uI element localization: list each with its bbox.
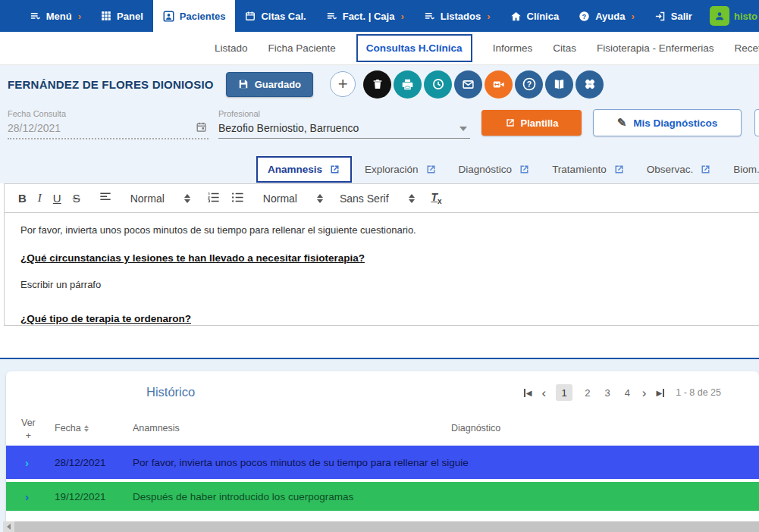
- scroll-left-button[interactable]: [3, 521, 14, 532]
- column-ver[interactable]: Ver +: [21, 417, 36, 443]
- align-button[interactable]: [99, 192, 111, 205]
- italic-button[interactable]: I: [38, 192, 42, 205]
- mail-button[interactable]: [454, 70, 482, 99]
- paragraph-style-select[interactable]: Normal: [130, 192, 190, 205]
- horizontal-scrollbar[interactable]: [3, 521, 759, 532]
- nav-listados-label: Listados: [441, 11, 481, 22]
- tab-diagnostico[interactable]: Diagnóstico: [459, 164, 531, 175]
- expand-row-icon[interactable]: ›: [6, 456, 55, 469]
- size-select[interactable]: Normal: [263, 192, 323, 205]
- table-row[interactable]: › 28/12/2021 Por favor, invierta unos po…: [6, 446, 759, 479]
- nav-clinica-label: Clínica: [527, 11, 560, 22]
- pagination: ◀ ‹ 1 2 3 4 › ▶ 1 - 8 de 25: [524, 384, 721, 401]
- fecha-consulta-value[interactable]: 28/12/2021: [8, 122, 209, 138]
- editor-content[interactable]: Por favor, invierta unos pocos minutos d…: [5, 213, 759, 326]
- nav-salir[interactable]: Salir: [645, 0, 702, 32]
- external-link-icon[interactable]: [519, 164, 530, 175]
- nav-ayuda[interactable]: ? Ayuda ›: [569, 0, 645, 32]
- bold-button[interactable]: B: [18, 192, 27, 205]
- consultation-field-tabs: Anamnesis Exploración Diagnóstico Tratam…: [256, 155, 759, 183]
- profesional-field[interactable]: Profesional Bezofio Berniostio, Barruenc…: [218, 109, 470, 139]
- profesional-value[interactable]: Bezofio Berniostio, Barruenco: [218, 122, 470, 138]
- tab-biom-metab[interactable]: Biom.-Metab.: [733, 164, 759, 175]
- bandage-button[interactable]: [576, 70, 604, 99]
- subnav-listado[interactable]: Listado: [215, 42, 248, 54]
- page-number[interactable]: 4: [623, 387, 632, 399]
- calendar-picker-icon[interactable]: [196, 121, 207, 133]
- page-number[interactable]: 2: [582, 387, 592, 399]
- printer-icon: [401, 78, 414, 91]
- ordered-list-button[interactable]: [207, 192, 220, 205]
- editor-question[interactable]: ¿Qué circunstancias y lesiones te han ll…: [20, 251, 744, 265]
- last-page-button[interactable]: ▶: [657, 389, 665, 397]
- tab-tratamiento[interactable]: Tratamiento: [552, 164, 625, 175]
- expand-row-icon[interactable]: ›: [6, 490, 55, 503]
- prev-page-button[interactable]: ‹: [541, 386, 546, 399]
- home-icon: [510, 11, 522, 22]
- mail-icon: [462, 78, 475, 91]
- column-fecha[interactable]: Fecha: [55, 423, 89, 433]
- strikethrough-button[interactable]: S: [73, 192, 80, 205]
- tab-observaciones-label: Observac.: [647, 164, 694, 175]
- subnav-recetas[interactable]: Recetas: [735, 42, 759, 54]
- subnav-consultas-hclinica[interactable]: Consultas H.Clínica: [356, 34, 472, 62]
- nav-panel[interactable]: Panel: [91, 0, 153, 32]
- editor-paragraph[interactable]: Escribir un párrafo: [20, 277, 744, 292]
- nav-menu[interactable]: Menú ›: [20, 0, 91, 32]
- subnav-ficha-paciente[interactable]: Ficha Paciente: [268, 42, 336, 54]
- tab-observaciones[interactable]: Observac.: [647, 164, 712, 175]
- notes-book-button[interactable]: [545, 70, 573, 99]
- nav-fact-label: Fact. | Caja: [343, 11, 395, 22]
- underline-button[interactable]: U: [53, 192, 61, 205]
- external-link-icon[interactable]: [425, 164, 437, 175]
- external-link-icon[interactable]: [613, 164, 625, 175]
- select-arrows-icon: [184, 194, 190, 203]
- tab-anamnesis[interactable]: Anamnesis: [256, 156, 352, 183]
- save-button[interactable]: Guardado: [226, 72, 313, 97]
- nav-listados-caret: ›: [487, 11, 490, 22]
- font-select[interactable]: Sans Serif: [340, 192, 415, 205]
- video-call-button[interactable]: [485, 70, 513, 99]
- fecha-consulta-field[interactable]: Fecha Consulta 28/12/2021: [8, 109, 209, 139]
- bandage-icon: [583, 77, 597, 91]
- next-page-button[interactable]: ›: [642, 386, 647, 399]
- tab-exploracion[interactable]: Exploración: [365, 164, 437, 175]
- first-page-button[interactable]: ◀: [524, 389, 532, 397]
- history-button[interactable]: [424, 70, 452, 99]
- sort-icon[interactable]: [84, 425, 89, 432]
- nav-listados[interactable]: Listados ›: [414, 0, 500, 32]
- table-row[interactable]: › 19/12/2021 Después de haber introducid…: [6, 482, 759, 511]
- nav-pacientes[interactable]: Pacientes: [153, 0, 236, 32]
- editor-question[interactable]: ¿Qué tipo de terapia te ordenaron?: [20, 311, 744, 326]
- tab-diagnostico-label: Diagnóstico: [459, 164, 513, 175]
- chevron-down-icon[interactable]: [459, 127, 467, 131]
- external-link-icon[interactable]: [329, 164, 340, 175]
- external-link-icon[interactable]: [700, 164, 711, 175]
- print-button[interactable]: [394, 70, 422, 99]
- subnav-citas[interactable]: Citas: [553, 42, 576, 54]
- plantilla-button[interactable]: Plantilla: [481, 110, 582, 136]
- page-number[interactable]: 3: [602, 387, 612, 399]
- help-button[interactable]: ?: [515, 70, 543, 99]
- add-consultation-button[interactable]: +: [330, 71, 356, 97]
- external-link-icon: [505, 117, 516, 128]
- nav-fact-caja[interactable]: Fact. | Caja ›: [316, 0, 414, 32]
- page-number-current[interactable]: 1: [556, 384, 572, 401]
- menu-icon: [30, 11, 41, 22]
- fecha-consulta-label: Fecha Consulta: [8, 109, 209, 118]
- clipped-right-button[interactable]: [754, 109, 759, 136]
- subnav-fisioterapia-enfermerias[interactable]: Fisioterapia - Enfermerias: [597, 42, 714, 54]
- editor-paragraph[interactable]: Por favor, invierta unos pocos minutos d…: [20, 223, 744, 237]
- pagination-range: 1 - 8 de 25: [676, 387, 721, 398]
- nav-ayuda-label: Ayuda: [595, 11, 625, 22]
- nav-citas-cal[interactable]: Citas Cal.: [235, 0, 315, 32]
- video-camera-icon: [492, 78, 505, 91]
- delete-button[interactable]: [363, 70, 391, 99]
- clear-formatting-button[interactable]: Tx: [431, 191, 442, 205]
- user-badge-wrap[interactable]: histo: [702, 0, 759, 32]
- mis-diagnosticos-button[interactable]: ✎ Mis Diagnósticos: [593, 109, 742, 136]
- bullet-list-button[interactable]: [231, 192, 244, 205]
- pencil-icon: ✎: [617, 116, 627, 130]
- nav-clinica[interactable]: Clínica: [500, 0, 569, 32]
- subnav-informes[interactable]: Informes: [493, 42, 533, 54]
